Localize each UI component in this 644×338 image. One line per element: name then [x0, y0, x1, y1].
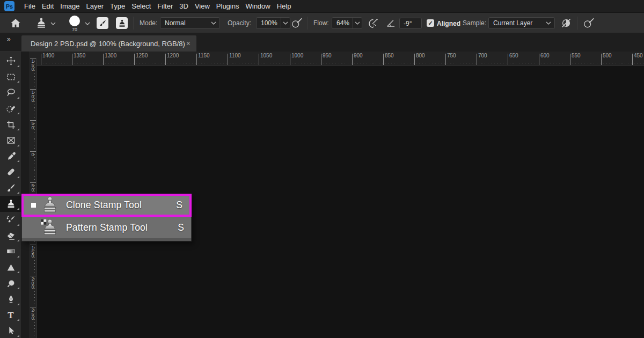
tool-rectangular-marquee-tool[interactable]	[0, 69, 21, 85]
menu-item-plugins[interactable]: Plugins	[216, 2, 239, 10]
ruler-label: 1100	[229, 53, 241, 58]
tool-shape-triangle-tool[interactable]	[0, 260, 21, 276]
brush-angle-input[interactable]: -9°	[399, 18, 422, 29]
ruler-label: 850	[385, 53, 394, 58]
flyout-indicator-icon	[17, 144, 19, 146]
home-icon[interactable]	[10, 17, 21, 29]
toolbar-expand-icon[interactable]: »	[7, 35, 11, 43]
menu-item-help[interactable]: Help	[277, 2, 291, 10]
opacity-input[interactable]: 100%	[256, 17, 290, 29]
aligned-checkbox[interactable]: ✓	[427, 19, 434, 27]
ruler-tick	[632, 54, 633, 65]
menu-bar: Ps FileEditImageLayerTypeSelectFilter3DV…	[0, 0, 644, 13]
ruler-label: 800	[416, 53, 425, 58]
sample-dropdown[interactable]: Current Layer	[488, 17, 555, 29]
chevron-down-icon[interactable]	[353, 18, 362, 28]
brush-size-value: 70	[69, 27, 80, 32]
tool-move-tool[interactable]	[0, 53, 21, 69]
mode-dropdown[interactable]: Normal	[160, 17, 220, 29]
pressure-size-icon[interactable]	[583, 17, 595, 29]
menu-item-select[interactable]: Select	[131, 2, 151, 10]
sample-value: Current Layer	[489, 19, 545, 27]
opacity-value: 100%	[257, 18, 281, 28]
toggle-brush-settings-button[interactable]	[97, 17, 108, 29]
ruler-label: 750	[447, 53, 456, 58]
aligned-label: Aligned	[437, 20, 460, 27]
tool-type-tool[interactable]: T	[0, 307, 21, 324]
ruler-tick	[570, 54, 570, 65]
menu-item-file[interactable]: File	[24, 2, 35, 10]
photoshop-logo-icon[interactable]: Ps	[4, 1, 14, 11]
flyout-indicator-icon	[17, 176, 19, 178]
menu-item-image[interactable]: Image	[60, 2, 79, 10]
menu-item-type[interactable]: Type	[110, 2, 125, 10]
toggle-clone-source-panel-button[interactable]	[116, 17, 128, 29]
tool-blur-tool[interactable]	[0, 275, 21, 291]
tab-close-icon[interactable]: ×	[185, 39, 192, 48]
brush-preview[interactable]: 70	[69, 16, 80, 32]
flyout-indicator-icon	[17, 335, 19, 337]
chevron-down-icon[interactable]	[281, 18, 290, 28]
tool-frame-tool[interactable]	[0, 133, 21, 149]
menu-item-edit[interactable]: Edit	[42, 2, 54, 10]
brush-preview-chevron-icon[interactable]	[85, 22, 90, 25]
flow-input[interactable]: 64%	[332, 17, 362, 29]
tool-preset-chevron-icon[interactable]	[50, 22, 56, 25]
ruler-tick	[352, 54, 353, 65]
menu-item-filter[interactable]: Filter	[157, 2, 173, 10]
flyout-indicator-icon	[17, 239, 19, 241]
check-icon: ✓	[428, 20, 433, 26]
ruler-label: 650	[509, 53, 518, 58]
ruler-label: 1250	[136, 53, 148, 58]
tool-object-selection-tool[interactable]	[0, 101, 21, 117]
ruler-tick	[321, 54, 321, 65]
tool-brush-tool[interactable]	[0, 180, 21, 196]
flyout-indicator-icon	[17, 224, 19, 226]
tool-gradient-tool[interactable]	[0, 244, 21, 260]
clone-stamp-flyout-menu: Clone Stamp ToolSPattern Stamp ToolS	[21, 194, 192, 241]
flyout-indicator-icon	[17, 160, 19, 162]
menu-item-3d[interactable]: 3D	[179, 2, 188, 10]
flyout-indicator-icon	[17, 271, 19, 273]
ruler-tick	[165, 54, 166, 65]
ruler-label: 0	[30, 153, 35, 157]
menu-item-layer[interactable]: Layer	[86, 2, 104, 10]
ruler-label: 950	[323, 53, 332, 58]
ruler-tick	[134, 54, 135, 65]
tool-lasso-tool[interactable]	[0, 85, 21, 101]
flyout-indicator-icon	[17, 287, 19, 289]
airbrush-icon[interactable]	[366, 17, 379, 30]
ruler-tick	[477, 54, 477, 65]
ruler-tick	[508, 54, 508, 65]
flyout-item-clone-stamp-tool[interactable]: Clone Stamp ToolS	[21, 194, 192, 217]
ruler-label: 1050	[260, 53, 272, 58]
ruler-corner	[29, 52, 36, 58]
mode-label: Mode:	[140, 19, 157, 27]
tool-preset-stamp-icon[interactable]	[35, 17, 47, 29]
tool-clone-stamp-tool[interactable]	[0, 196, 21, 212]
tool-crop-tool[interactable]	[0, 116, 21, 133]
photoshop-window: Ps FileEditImageLayerTypeSelectFilter3DV…	[0, 0, 644, 338]
ruler-label: 1350	[74, 53, 85, 58]
tool-eyedropper-tool[interactable]	[0, 149, 21, 165]
flyout-item-pattern-stamp-tool[interactable]: Pattern Stamp ToolS	[21, 217, 192, 238]
menu-item-view[interactable]: View	[195, 2, 210, 10]
ruler-label: 1200	[167, 53, 179, 58]
tool-spot-healing-brush-tool[interactable]	[0, 164, 21, 180]
tool-pen-tool[interactable]	[0, 291, 21, 307]
ruler-label: 500	[603, 53, 612, 58]
flyout-indicator-icon	[17, 112, 19, 114]
flyout-indicator-icon	[17, 97, 19, 99]
tool-path-selection-tool[interactable]	[0, 323, 21, 338]
menu-item-window[interactable]: Window	[245, 2, 270, 10]
ruler-label: 1150	[198, 53, 210, 58]
tool-history-brush-tool[interactable]	[0, 212, 21, 228]
pressure-opacity-icon[interactable]	[291, 17, 303, 29]
flyout-item-shortcut: S	[178, 222, 184, 233]
document-tab[interactable]: Design 2 PSD.psd @ 100% (Background, RGB…	[21, 35, 196, 52]
ruler-label: 1000	[291, 53, 303, 58]
sample-label: Sample:	[463, 19, 486, 27]
tool-eraser-tool[interactable]	[0, 228, 21, 244]
ruler-tick	[290, 54, 290, 65]
ignore-adjustment-layers-icon[interactable]	[560, 17, 572, 29]
